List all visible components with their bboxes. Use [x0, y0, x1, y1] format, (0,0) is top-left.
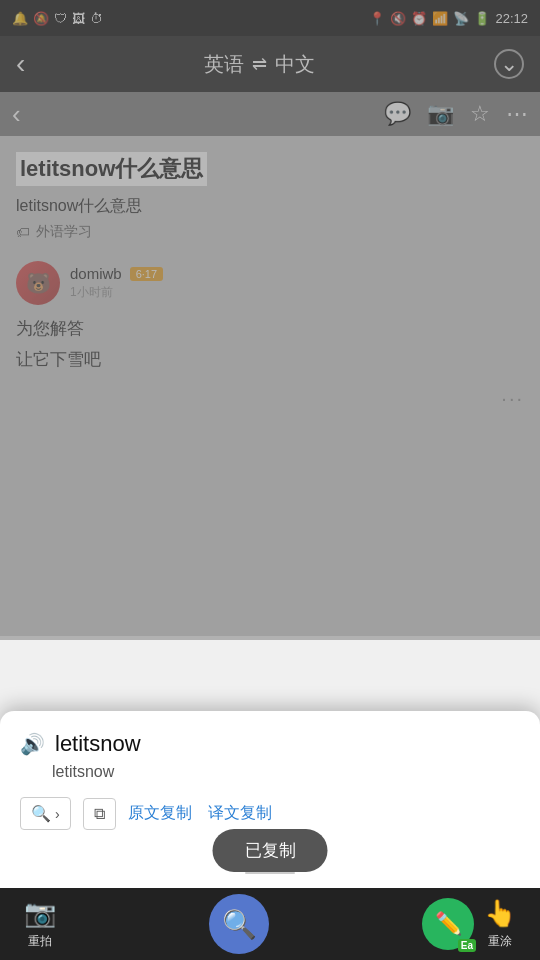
nav-title: 英语 ⇌ 中文 [204, 51, 315, 78]
copied-toast: 已复制 [213, 829, 328, 872]
more-dots[interactable]: ··· [16, 387, 524, 410]
signal-icon: 📡 [453, 11, 469, 26]
cursor-icon: 👆 [484, 898, 516, 929]
ea-badge: Ea [458, 939, 476, 952]
status-left-icons: 🔔 🔕 🛡 🖼 ⏱ [12, 11, 103, 26]
retake-label: 重拍 [28, 933, 52, 950]
answer-section: 🐻 domiwb 6·17 1小时前 为您解答 让它下雪吧 ··· [16, 261, 524, 410]
speaker-icon[interactable]: 🔊 [20, 732, 45, 756]
camera-icon[interactable]: 📷 [427, 101, 454, 127]
action-row: 🔍 › ⧉ 原文复制 译文复制 [20, 797, 520, 830]
username-row: domiwb 6·17 [70, 265, 163, 282]
status-right-icons: 📍 🔇 ⏰ 📶 📡 🔋 22:12 [369, 11, 528, 26]
notification-icon: 🔔 [12, 11, 28, 26]
alarm-icon: ⏰ [411, 11, 427, 26]
search-fab-button[interactable]: 🔍 [209, 894, 269, 954]
vpn-icon: 🛡 [54, 11, 67, 26]
right-actions: ✏️ Ea 👆 重涂 [422, 898, 516, 950]
copy-icon-button[interactable]: ⧉ [83, 798, 116, 830]
redraw-label: 重涂 [488, 933, 512, 950]
user-meta: domiwb 6·17 1小时前 [70, 265, 163, 301]
star-icon[interactable]: ☆ [470, 101, 490, 127]
username[interactable]: domiwb [70, 265, 122, 282]
translate-fab-button[interactable]: ✏️ Ea [422, 898, 474, 950]
gallery-icon: 🖼 [72, 11, 85, 26]
tag-icon: 🏷 [16, 224, 30, 240]
tag-label: 外语学习 [36, 223, 92, 241]
answer-translation: 让它下雪吧 [16, 348, 524, 371]
main-content: letitsnow什么意思 letitsnow什么意思 🏷 外语学习 🐻 dom… [0, 136, 540, 636]
nav-title-english: 英语 [204, 51, 244, 78]
user-info: 🐻 domiwb 6·17 1小时前 [16, 261, 524, 305]
search-fab-icon: 🔍 [222, 908, 257, 941]
wifi-icon: 📶 [432, 11, 448, 26]
word-sub: letitsnow [52, 763, 520, 781]
secondary-nav: ‹ 💬 📷 ☆ ⋯ [0, 92, 540, 136]
nav-bar: ‹ 英语 ⇌ 中文 ⌄ [0, 36, 540, 92]
translate-arrow-icon: ⇌ [252, 53, 267, 75]
word-header: 🔊 letitsnow [20, 731, 520, 757]
redraw-button[interactable]: 👆 重涂 [484, 898, 516, 950]
location-icon: 📍 [369, 11, 385, 26]
article-subtitle: letitsnow什么意思 [16, 196, 524, 217]
search-box[interactable]: 🔍 › [20, 797, 71, 830]
tag-area: 🏷 外语学习 [16, 223, 524, 241]
copy-doc-icon: ⧉ [94, 805, 105, 822]
translate-edit-icon: ✏️ [435, 911, 462, 937]
retake-button[interactable]: 📷 重拍 [24, 898, 56, 950]
secondary-back-button[interactable]: ‹ [12, 99, 21, 130]
mute2-icon: 🔇 [390, 11, 406, 26]
avatar: 🐻 [16, 261, 60, 305]
page-title: letitsnow什么意思 [16, 152, 207, 186]
word-main: letitsnow [55, 731, 141, 757]
avatar-emoji: 🐻 [26, 271, 51, 295]
battery-icon: 🔋 [474, 11, 490, 26]
time-display: 22:12 [495, 11, 528, 26]
camera-retake-icon: 📷 [24, 898, 56, 929]
level-badge: 6·17 [130, 267, 163, 281]
copy-original-button[interactable]: 原文复制 [128, 803, 192, 824]
more-icon[interactable]: ⋯ [506, 101, 528, 127]
time-ago: 1小时前 [70, 284, 163, 301]
nav-title-chinese: 中文 [275, 51, 315, 78]
secondary-nav-icons: 💬 📷 ☆ ⋯ [384, 101, 528, 127]
status-bar: 🔔 🔕 🛡 🖼 ⏱ 📍 🔇 ⏰ 📶 📡 🔋 22:12 [0, 0, 540, 36]
search-box-icon: 🔍 [31, 804, 51, 823]
search-forward-icon: › [55, 806, 60, 822]
share-icon[interactable]: 💬 [384, 101, 411, 127]
drag-line-3 [245, 872, 295, 874]
timer-icon: ⏱ [90, 11, 103, 26]
mute-icon: 🔕 [33, 11, 49, 26]
dropdown-icon[interactable]: ⌄ [494, 49, 524, 79]
copied-label: 已复制 [245, 841, 296, 860]
bottom-toolbar: 📷 重拍 🔍 ✏️ Ea 👆 重涂 [0, 888, 540, 960]
copy-translation-button[interactable]: 译文复制 [208, 803, 272, 824]
back-button[interactable]: ‹ [16, 48, 25, 80]
answer-intro: 为您解答 [16, 317, 524, 340]
